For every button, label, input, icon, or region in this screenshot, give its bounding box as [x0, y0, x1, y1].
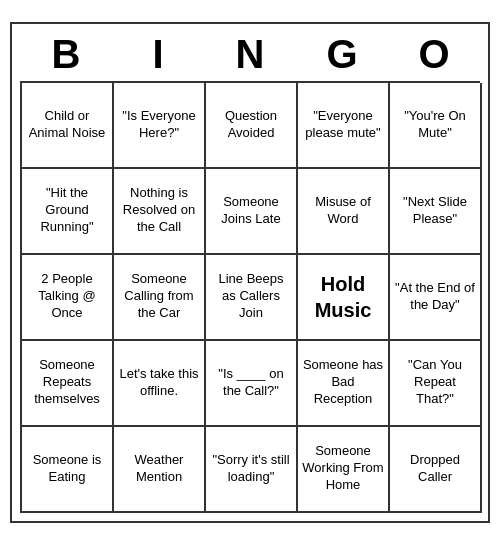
bingo-cell-4[interactable]: "You're On Mute" [390, 83, 482, 169]
bingo-cell-19[interactable]: "Can You Repeat That?" [390, 341, 482, 427]
bingo-cell-1[interactable]: "Is Everyone Here?" [114, 83, 206, 169]
bingo-cell-13[interactable]: Hold Music [298, 255, 390, 341]
bingo-cell-15[interactable]: Someone Repeats themselves [22, 341, 114, 427]
header-letter-n: N [206, 32, 294, 77]
bingo-cell-24[interactable]: Dropped Caller [390, 427, 482, 513]
bingo-cell-6[interactable]: Nothing is Resolved on the Call [114, 169, 206, 255]
bingo-cell-20[interactable]: Someone is Eating [22, 427, 114, 513]
bingo-cell-0[interactable]: Child or Animal Noise [22, 83, 114, 169]
bingo-cell-7[interactable]: Someone Joins Late [206, 169, 298, 255]
header-letter-g: G [298, 32, 386, 77]
bingo-cell-23[interactable]: Someone Working From Home [298, 427, 390, 513]
bingo-cell-16[interactable]: Let's take this offline. [114, 341, 206, 427]
bingo-cell-11[interactable]: Someone Calling from the Car [114, 255, 206, 341]
bingo-cell-2[interactable]: Question Avoided [206, 83, 298, 169]
bingo-cell-22[interactable]: "Sorry it's still loading" [206, 427, 298, 513]
bingo-cell-18[interactable]: Someone has Bad Reception [298, 341, 390, 427]
bingo-header: BINGO [20, 32, 480, 77]
bingo-cell-21[interactable]: Weather Mention [114, 427, 206, 513]
header-letter-b: B [22, 32, 110, 77]
bingo-cell-5[interactable]: "Hit the Ground Running" [22, 169, 114, 255]
header-letter-o: O [390, 32, 478, 77]
bingo-cell-10[interactable]: 2 People Talking @ Once [22, 255, 114, 341]
bingo-cell-14[interactable]: "At the End of the Day" [390, 255, 482, 341]
header-letter-i: I [114, 32, 202, 77]
bingo-cell-3[interactable]: "Everyone please mute" [298, 83, 390, 169]
bingo-grid: Child or Animal Noise"Is Everyone Here?"… [20, 81, 480, 513]
bingo-card: BINGO Child or Animal Noise"Is Everyone … [10, 22, 490, 523]
bingo-cell-9[interactable]: "Next Slide Please" [390, 169, 482, 255]
bingo-cell-8[interactable]: Misuse of Word [298, 169, 390, 255]
bingo-cell-17[interactable]: "Is ____ on the Call?" [206, 341, 298, 427]
bingo-cell-12[interactable]: Line Beeps as Callers Join [206, 255, 298, 341]
